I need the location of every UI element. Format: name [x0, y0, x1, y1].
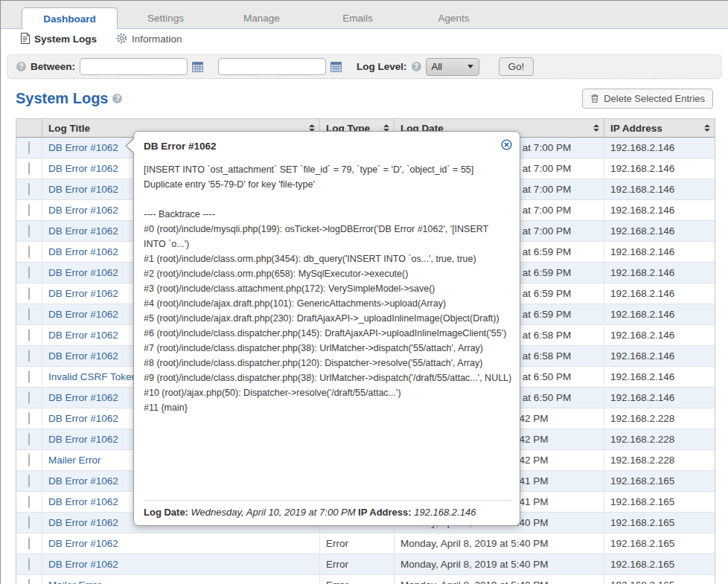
log-title-link[interactable]: DB Error #1062	[48, 392, 118, 403]
row-checkbox[interactable]	[28, 225, 30, 237]
delete-selected-entries-button[interactable]: Delete Selected Entries	[582, 89, 713, 109]
document-icon	[20, 33, 30, 46]
row-checkbox[interactable]	[28, 475, 30, 487]
row-checkbox[interactable]	[28, 287, 30, 300]
column-header-label: IP Address	[610, 123, 662, 134]
log-title-link[interactable]: DB Error #1062	[48, 267, 118, 278]
main-nav-tabbar: Dashboard Settings Manage Emails Agents	[1, 1, 728, 29]
row-checkbox[interactable]	[28, 162, 30, 175]
delete-button-label: Delete Selected Entries	[604, 93, 705, 104]
help-icon[interactable]: ?	[412, 62, 421, 71]
log-date-label: Log Date:	[144, 507, 188, 518]
log-title-link[interactable]: DB Error #1062	[48, 496, 118, 507]
popup-body: [INSERT INTO `ost_attachment` SET `file_…	[144, 162, 512, 415]
log-title-link[interactable]: DB Error #1062	[48, 142, 118, 153]
column-header-ip-address[interactable]: IP Address	[604, 119, 715, 138]
sub-nav: System Logs Information	[1, 29, 728, 49]
log-title-link[interactable]: DB Error #1062	[48, 205, 118, 216]
log-title-link[interactable]: DB Error #1062	[48, 330, 118, 341]
row-checkbox[interactable]	[28, 183, 30, 196]
row-checkbox[interactable]	[28, 495, 30, 508]
page-title-text: System Logs	[16, 90, 108, 107]
row-checkbox-cell	[16, 575, 42, 584]
log-title-link[interactable]: Mailer Error	[48, 580, 101, 584]
row-checkbox-cell	[16, 221, 42, 242]
row-checkbox-cell	[16, 242, 42, 263]
ip-address-cell: 192.168.2.146	[604, 388, 715, 408]
ip-address-cell: 192.168.2.165	[604, 575, 715, 584]
gear-icon	[116, 33, 127, 46]
backtrace-line: #11 {main}	[144, 400, 512, 415]
row-checkbox[interactable]	[28, 454, 30, 466]
row-checkbox[interactable]	[28, 579, 30, 584]
nav-tab[interactable]: Dashboard	[22, 7, 118, 29]
row-checkbox[interactable]	[28, 204, 30, 216]
log-title-link[interactable]: Invalid CSRF Token	[48, 371, 137, 382]
page-title: System Logs ?	[16, 90, 122, 107]
calendar-icon[interactable]	[192, 62, 203, 72]
ip-address-cell: 192.168.2.146	[604, 325, 715, 346]
row-checkbox[interactable]	[28, 350, 30, 362]
column-header-label: Log Title	[48, 123, 90, 134]
log-title-link[interactable]: DB Error #1062	[48, 184, 118, 195]
ip-address-cell: 192.168.2.146	[604, 221, 715, 242]
log-title-link[interactable]: DB Error #1062	[48, 559, 118, 570]
row-checkbox[interactable]	[28, 412, 30, 425]
table-row: DB Error #1062 Error Monday, April 8, 20…	[16, 554, 715, 575]
close-icon[interactable]	[501, 139, 512, 150]
log-title-link[interactable]: DB Error #1062	[48, 434, 118, 445]
sort-icon[interactable]	[593, 124, 599, 132]
log-title-link[interactable]: DB Error #1062	[48, 288, 118, 299]
row-checkbox[interactable]	[28, 370, 30, 383]
nav-tab-label: Dashboard	[43, 13, 96, 25]
log-title-link[interactable]: DB Error #1062	[48, 163, 118, 174]
go-button[interactable]: Go!	[499, 57, 534, 76]
date-to-input[interactable]	[218, 58, 326, 75]
log-title-link[interactable]: DB Error #1062	[48, 517, 118, 528]
backtrace-line: #0 (root)/include/mysqli.php(199): osTic…	[144, 222, 512, 251]
log-type-cell: Error	[320, 533, 395, 554]
log-title-link[interactable]: DB Error #1062	[48, 538, 118, 549]
popup-footer: Log Date: Wednesday, April 10, 2019 at 7…	[144, 500, 512, 518]
row-checkbox-cell	[16, 367, 42, 388]
nav-tab-label: Settings	[147, 13, 184, 24]
log-title-link[interactable]: DB Error #1062	[48, 246, 118, 257]
subnav-item-information[interactable]: Information	[116, 33, 182, 46]
row-checkbox[interactable]	[28, 558, 30, 571]
calendar-icon[interactable]	[331, 62, 342, 72]
backtrace-line: #8 (root)/include/class.dispatcher.php(1…	[144, 356, 512, 370]
log-date-cell: Monday, April 8, 2019 at 5:40 PM	[395, 533, 604, 554]
log-title-link[interactable]: Mailer Error	[48, 455, 101, 466]
sort-icon[interactable]	[704, 124, 710, 132]
subnav-item-system-logs[interactable]: System Logs	[20, 33, 97, 46]
row-checkbox[interactable]	[28, 266, 30, 279]
ip-address-cell: 192.168.2.165	[604, 554, 715, 575]
error-message-line: Duplicate entry '55-79-D' for key 'file-…	[144, 177, 512, 192]
nav-tab[interactable]: Manage	[214, 7, 310, 28]
log-title-link[interactable]: DB Error #1062	[48, 309, 118, 320]
row-checkbox[interactable]	[28, 433, 30, 446]
row-checkbox[interactable]	[28, 329, 30, 341]
log-type-cell: Error	[320, 575, 395, 584]
log-title-link[interactable]: DB Error #1062	[48, 225, 118, 237]
nav-tab[interactable]: Agents	[406, 7, 502, 28]
date-from-input[interactable]	[80, 58, 188, 75]
row-checkbox[interactable]	[28, 516, 30, 529]
row-checkbox[interactable]	[28, 391, 30, 404]
row-checkbox[interactable]	[28, 537, 30, 550]
help-icon[interactable]: ?	[16, 62, 26, 71]
popup-header: DB Error #1062	[144, 141, 512, 152]
log-title-link[interactable]: DB Error #1062	[48, 350, 118, 362]
help-icon[interactable]: ?	[112, 94, 122, 103]
row-checkbox-cell	[16, 200, 42, 221]
row-checkbox[interactable]	[28, 141, 30, 154]
nav-tab[interactable]: Settings	[118, 7, 214, 28]
log-title-link[interactable]: DB Error #1062	[48, 413, 118, 424]
log-level-select[interactable]: All	[426, 58, 479, 76]
nav-tab[interactable]: Emails	[310, 7, 406, 28]
row-checkbox[interactable]	[28, 246, 30, 258]
row-checkbox-cell	[16, 513, 42, 533]
backtrace-line: #9 (root)/include/class.dispatcher.php(3…	[144, 370, 512, 385]
log-title-link[interactable]: DB Error #1062	[48, 475, 118, 487]
row-checkbox[interactable]	[28, 308, 30, 321]
